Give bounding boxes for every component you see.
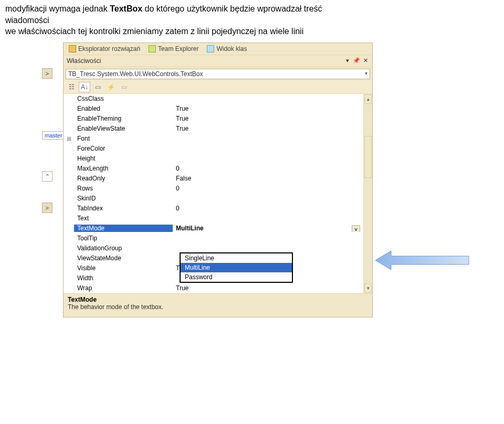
object-selector-text: TB_Tresc System.Web.UI.WebControls.TextB… [68, 70, 203, 78]
property-name: Width [74, 274, 173, 282]
events-button[interactable]: ⚡ [105, 82, 117, 92]
property-value[interactable]: True [173, 115, 363, 122]
intro-line2: wiadomości [5, 16, 49, 25]
property-row-wrap[interactable]: WrapTrue [64, 283, 363, 293]
solution-explorer-icon [69, 45, 76, 52]
property-row-readonly[interactable]: ReadOnlyFalse [64, 174, 363, 184]
panel-close-icon[interactable]: ✕ [362, 57, 369, 65]
intro-line1a: modyfikacji wymaga jednak [5, 4, 110, 13]
property-name: ViewStateMode [74, 255, 173, 262]
object-selector[interactable]: TB_Tresc System.Web.UI.WebControls.TextB… [66, 69, 370, 79]
property-grid-wrap: CssClassEnabledTrueEnableThemingTrueEnab… [64, 94, 372, 293]
scroll-thumb[interactable] [364, 136, 372, 178]
property-value[interactable]: 0 [173, 205, 363, 212]
description-name: TextMode [68, 296, 368, 303]
value-dropdown-button[interactable]: v [352, 225, 360, 232]
property-name: MaxLength [74, 165, 173, 172]
left-dock-up[interactable]: ⌃ [42, 171, 52, 182]
property-name: EnableTheming [74, 115, 173, 122]
property-row-enableviewstate[interactable]: EnableViewStateTrue [64, 124, 363, 134]
property-row-font[interactable]: ⊞Font [64, 134, 363, 144]
property-name: Visible [74, 264, 173, 272]
property-name: Enabled [74, 105, 173, 112]
property-name: Font [74, 135, 173, 142]
property-name: TabIndex [74, 205, 173, 212]
property-row-enabletheming[interactable]: EnableThemingTrue [64, 114, 363, 124]
properties-panel: Eksplorator rozwiązań Team Explorer Wido… [63, 43, 373, 317]
property-name: ValidationGroup [74, 245, 173, 252]
panel-dropdown-icon[interactable]: ▾ [344, 57, 351, 65]
property-row-textmode[interactable]: TextModeMultiLinev [64, 224, 363, 234]
properties-title: Właściwości [67, 57, 101, 65]
scroll-track[interactable] [364, 104, 372, 283]
property-name: ToolTip [74, 235, 173, 242]
left-dock-strip: > master ⌃ > [42, 68, 62, 213]
tab-class-label: Widok klas [216, 45, 247, 52]
property-value[interactable]: True [173, 284, 363, 292]
left-dock-expand[interactable]: > [42, 68, 52, 79]
svg-marker-0 [375, 251, 469, 270]
dropdown-option-singleline[interactable]: SingleLine [181, 253, 292, 263]
row-gutter: ⊞ [64, 135, 74, 142]
top-tabs: Eksplorator rozwiązań Team Explorer Wido… [64, 43, 372, 55]
team-explorer-icon [149, 45, 156, 52]
property-row-maxlength[interactable]: MaxLength0 [64, 164, 363, 174]
tool-disabled: ▭ [118, 82, 130, 92]
property-row-skinid[interactable]: SkinID [64, 194, 363, 204]
property-row-text[interactable]: Text [64, 214, 363, 224]
property-row-enabled[interactable]: EnabledTrue [64, 104, 363, 114]
property-row-cssclass[interactable]: CssClass [64, 94, 363, 104]
tab-solution-explorer[interactable]: Eksplorator rozwiązań [66, 44, 143, 54]
left-dock-master[interactable]: master [42, 131, 65, 140]
description-text: The behavior mode of the textbox. [68, 303, 368, 311]
panel-pin-icon[interactable]: 📌 [353, 57, 360, 65]
property-value[interactable]: True [173, 125, 363, 132]
properties-page-button[interactable]: ▭ [92, 82, 103, 92]
property-row-tabindex[interactable]: TabIndex0 [64, 204, 363, 214]
property-name: Height [74, 155, 173, 162]
property-row-height[interactable]: Height [64, 154, 363, 164]
property-name: Text [74, 215, 173, 222]
property-name: SkinID [74, 195, 173, 202]
dropdown-option-password[interactable]: Password [181, 272, 292, 282]
alphabetical-button[interactable]: A↓ [79, 82, 90, 92]
left-dock-more[interactable]: > [42, 203, 52, 213]
property-value[interactable]: MultiLinev [173, 225, 363, 232]
tab-team-explorer[interactable]: Team Explorer [145, 44, 202, 54]
property-value[interactable]: True [173, 105, 363, 112]
tab-class-view[interactable]: Widok klas [204, 44, 250, 54]
property-description: TextMode The behavior mode of the textbo… [64, 293, 372, 315]
dropdown-option-multiline[interactable]: MultiLine [181, 263, 292, 272]
properties-header: Właściwości ▾ 📌 ✕ [64, 55, 372, 67]
property-name: CssClass [74, 95, 173, 102]
property-row-forecolor[interactable]: ForeColor [64, 144, 363, 154]
intro-text: modyfikacji wymaga jednak TextBox do któ… [0, 0, 504, 38]
property-row-tooltip[interactable]: ToolTip [64, 234, 363, 243]
grid-scrollbar[interactable]: ▴ ▾ [363, 94, 372, 293]
properties-toolbar: ☷ A↓ ▭ ⚡ ▭ [64, 81, 372, 94]
property-name: EnableViewState [74, 125, 173, 132]
property-name: ForeColor [74, 145, 173, 152]
scroll-up-button[interactable]: ▴ [364, 94, 372, 104]
property-value[interactable]: False [173, 175, 363, 182]
intro-line1b: do którego użytkownik będzie wprowadzał … [142, 4, 322, 13]
property-name: ReadOnly [74, 175, 173, 182]
property-row-rows[interactable]: Rows0 [64, 184, 363, 194]
class-view-icon [207, 45, 214, 52]
tab-solution-label: Eksplorator rozwiązań [78, 45, 140, 52]
property-name: Rows [74, 185, 173, 192]
property-name: Wrap [74, 284, 173, 292]
scroll-down-button[interactable]: ▾ [364, 283, 372, 293]
intro-line3: we właściwościach tej kontrolki zmieniam… [5, 27, 303, 36]
intro-bold: TextBox [110, 4, 142, 13]
property-name: TextMode [74, 225, 173, 232]
property-value[interactable]: 0 [173, 185, 363, 192]
property-value[interactable]: 0 [173, 165, 363, 172]
textmode-dropdown[interactable]: SingleLineMultiLinePassword [180, 252, 293, 283]
tab-team-label: Team Explorer [158, 45, 198, 52]
categorize-button[interactable]: ☷ [66, 82, 77, 92]
callout-arrow [375, 250, 470, 271]
